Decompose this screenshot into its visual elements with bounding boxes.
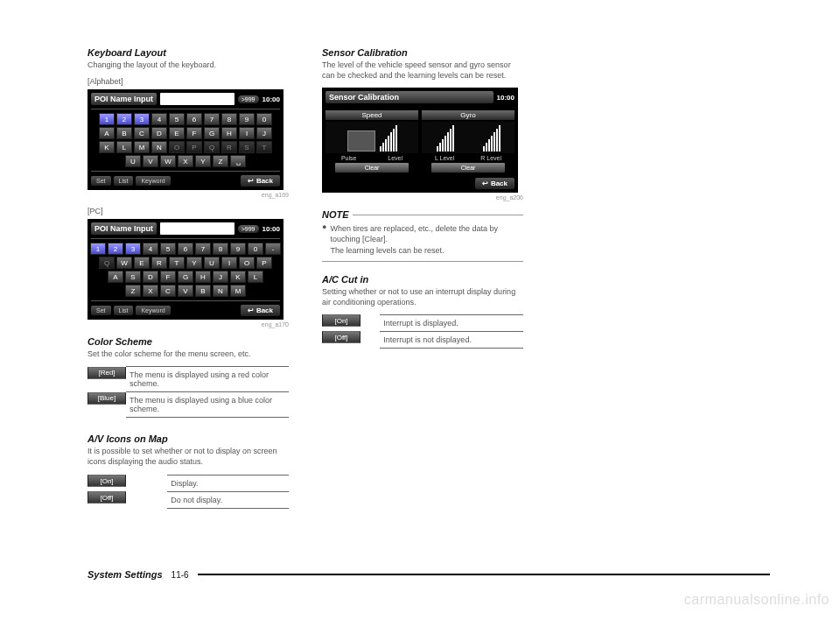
key-5[interactable]: 5 <box>160 243 176 255</box>
key-p[interactable]: P <box>256 257 272 269</box>
key-1[interactable]: 1 <box>99 113 115 125</box>
key-r[interactable]: R <box>221 141 237 153</box>
key-i[interactable]: I <box>221 257 237 269</box>
key-2[interactable]: 2 <box>116 113 132 125</box>
key-dash[interactable]: - <box>265 243 281 255</box>
key-9[interactable]: 9 <box>230 243 246 255</box>
set-button[interactable]: Set <box>91 176 111 186</box>
key-3[interactable]: 3 <box>134 113 150 125</box>
key-m[interactable]: M <box>134 141 150 153</box>
key-w[interactable]: W <box>116 257 132 269</box>
key-8[interactable]: 8 <box>221 113 237 125</box>
list-button[interactable]: List <box>114 306 134 315</box>
gyro-clear-button[interactable]: Clear <box>431 163 506 173</box>
keyboard-layout-title: Keyboard Layout <box>88 47 289 58</box>
key-t[interactable]: T <box>256 141 272 153</box>
key-a[interactable]: A <box>108 271 123 283</box>
key-6[interactable]: 6 <box>186 113 202 125</box>
key-q[interactable]: Q <box>204 141 220 153</box>
key-6[interactable]: 6 <box>178 243 193 255</box>
key-0[interactable]: 0 <box>248 243 263 255</box>
key-l[interactable]: L <box>248 271 263 283</box>
key-8[interactable]: 8 <box>213 243 228 255</box>
key-b[interactable]: B <box>195 285 211 297</box>
key-h[interactable]: H <box>195 271 211 283</box>
key-0[interactable]: 0 <box>256 113 272 125</box>
key-4[interactable]: 4 <box>151 113 167 125</box>
key-v[interactable]: V <box>143 155 158 167</box>
poi-keyboard-pc-screen: POI Name Input >999 10:00 1 2 3 4 5 6 7 … <box>88 219 284 320</box>
speed-pulse-indicator <box>347 130 375 151</box>
key-d[interactable]: D <box>151 127 167 139</box>
screen-top-row: POI Name Input >999 10:00 <box>91 93 280 105</box>
key-x[interactable]: X <box>178 155 193 167</box>
key-n[interactable]: N <box>213 285 228 297</box>
key-f[interactable]: F <box>186 127 202 139</box>
key-k[interactable]: K <box>99 141 115 153</box>
key-r[interactable]: R <box>151 257 167 269</box>
keyword-button[interactable]: Keyword <box>136 306 170 315</box>
key-7[interactable]: 7 <box>195 243 211 255</box>
back-button[interactable]: ↩ Back <box>475 178 514 189</box>
back-label: Back <box>491 180 508 187</box>
key-e[interactable]: E <box>169 127 185 139</box>
footer-page-number: 11-6 <box>172 570 189 580</box>
key-p[interactable]: P <box>186 141 202 153</box>
key-s[interactable]: S <box>239 141 255 153</box>
key-2[interactable]: 2 <box>108 243 123 255</box>
key-h[interactable]: H <box>221 127 237 139</box>
key-space[interactable]: ␣ <box>230 155 246 167</box>
key-g[interactable]: G <box>204 127 220 139</box>
l-level-label: L Level <box>435 155 454 161</box>
key-7[interactable]: 7 <box>204 113 220 125</box>
key-l[interactable]: L <box>116 141 132 153</box>
key-a[interactable]: A <box>99 127 115 139</box>
key-m[interactable]: M <box>230 285 246 297</box>
key-3[interactable]: 3 <box>125 243 141 255</box>
right-column: Sensor Calibration The level of the vehi… <box>322 47 523 509</box>
key-t[interactable]: T <box>169 257 185 269</box>
key-u[interactable]: U <box>125 155 141 167</box>
key-c[interactable]: C <box>160 285 176 297</box>
back-button[interactable]: ↩ Back <box>241 175 280 187</box>
key-x[interactable]: X <box>143 285 158 297</box>
set-button[interactable]: Set <box>91 306 111 315</box>
key-w[interactable]: W <box>160 155 176 167</box>
keyword-button[interactable]: Keyword <box>136 176 170 186</box>
key-y[interactable]: Y <box>195 155 211 167</box>
key-4[interactable]: 4 <box>143 243 158 255</box>
key-v[interactable]: V <box>178 285 193 297</box>
poi-name-input[interactable] <box>160 93 234 105</box>
key-i[interactable]: I <box>239 127 255 139</box>
key-d[interactable]: D <box>143 271 158 283</box>
key-u[interactable]: U <box>204 257 220 269</box>
poi-name-input[interactable] <box>160 222 234 235</box>
key-z[interactable]: Z <box>125 285 141 297</box>
calibration-body: Speed Pulse Level Clear Gyro <box>326 107 514 176</box>
key-g[interactable]: G <box>178 271 193 283</box>
key-k[interactable]: K <box>230 271 246 283</box>
key-q[interactable]: Q <box>99 257 115 269</box>
key-1[interactable]: 1 <box>90 243 106 255</box>
key-n[interactable]: N <box>151 141 167 153</box>
key-o[interactable]: O <box>239 257 255 269</box>
key-5[interactable]: 5 <box>169 113 185 125</box>
note-header: NOTE <box>322 209 523 220</box>
speed-clear-button[interactable]: Clear <box>335 163 410 173</box>
key-z[interactable]: Z <box>213 155 228 167</box>
list-button[interactable]: List <box>114 176 134 186</box>
left-column: Keyboard Layout Changing the layout of t… <box>88 47 289 509</box>
back-button[interactable]: ↩ Back <box>241 305 280 316</box>
key-e[interactable]: E <box>134 257 150 269</box>
key-9[interactable]: 9 <box>239 113 255 125</box>
speed-column: Speed Pulse Level Clear <box>326 110 418 173</box>
key-o[interactable]: O <box>169 141 185 153</box>
key-f[interactable]: F <box>160 271 176 283</box>
key-y[interactable]: Y <box>186 257 202 269</box>
key-j[interactable]: J <box>213 271 228 283</box>
av-icons-title: A/V Icons on Map <box>88 433 289 444</box>
key-b[interactable]: B <box>116 127 132 139</box>
key-c[interactable]: C <box>134 127 150 139</box>
key-j[interactable]: J <box>256 127 272 139</box>
key-s[interactable]: S <box>125 271 141 283</box>
